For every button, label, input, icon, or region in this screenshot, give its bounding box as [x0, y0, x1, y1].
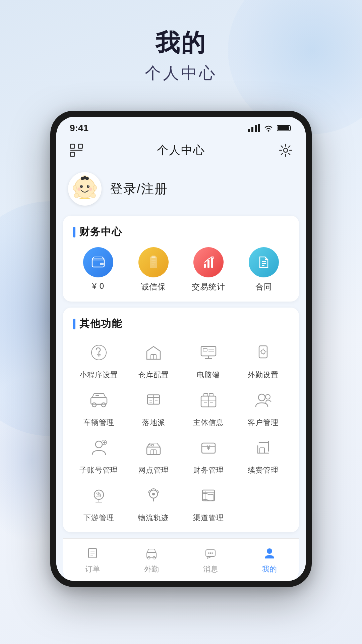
logistics-label: 物流轨迹	[138, 513, 169, 523]
svg-rect-3	[258, 124, 260, 132]
landing-item[interactable]: 落地派	[128, 387, 180, 428]
channel-item[interactable]: 渠道管理	[183, 482, 234, 523]
svg-rect-2	[255, 125, 257, 132]
miniprogram-label: 小程序设置	[79, 370, 118, 380]
scan-icon[interactable]	[68, 142, 85, 159]
svg-point-20	[73, 185, 76, 191]
svg-point-16	[81, 185, 82, 186]
finance-section-card: 财务中心	[63, 216, 299, 302]
svg-point-111	[212, 552, 213, 554]
other-section-card: 其他功能	[63, 308, 299, 532]
vehicle-item[interactable]: 车辆管理	[73, 387, 125, 428]
tab-order[interactable]: 订单	[63, 545, 122, 574]
logistics-item[interactable]: 物流轨迹	[128, 482, 180, 523]
profile-section[interactable]: 登录/注册	[56, 165, 306, 216]
downstream-item[interactable]: 游 下游管理	[73, 482, 125, 523]
computer-item[interactable]: 电脑端	[183, 339, 234, 380]
phone-screen: 9:41	[56, 117, 306, 581]
credit-icon	[138, 247, 169, 277]
customer-item[interactable]: 客户管理	[238, 387, 289, 428]
contract-icon	[249, 247, 279, 277]
customer-label: 客户管理	[248, 418, 279, 428]
other-section-title: 其他功能	[79, 317, 122, 331]
app-content: 个人中心	[56, 137, 306, 581]
downstream-label: 下游管理	[83, 513, 114, 523]
svg-rect-48	[203, 348, 207, 351]
profile-tab-label: 我的	[262, 564, 277, 574]
order-tab-icon	[84, 545, 101, 561]
svg-rect-0	[248, 129, 250, 132]
warehouse-label: 仓库配置	[138, 370, 169, 380]
fieldwork-tab-icon	[143, 545, 160, 561]
settings-icon[interactable]	[277, 142, 294, 159]
svg-point-19	[89, 187, 92, 191]
svg-point-109	[208, 552, 209, 554]
login-register-text[interactable]: 登录/注册	[110, 180, 168, 198]
stats-label: 交易统计	[192, 281, 225, 292]
avatar[interactable]	[68, 172, 102, 206]
battery-icon	[277, 124, 292, 132]
svg-rect-37	[211, 258, 213, 268]
fieldwork-tab-label: 外勤	[144, 564, 159, 574]
wallet-label: ¥ 0	[92, 281, 104, 291]
fieldwork-settings-label: 外勤设置	[248, 370, 279, 380]
svg-point-18	[77, 187, 81, 191]
finance-mgmt-icon: ¥	[195, 434, 222, 461]
svg-point-110	[210, 552, 211, 554]
tab-bar: 订单 外勤	[63, 538, 299, 581]
subaccount-label: 子账号管理	[79, 465, 118, 475]
finance-mgmt-label: 财务管理	[193, 465, 224, 475]
svg-point-97	[152, 493, 155, 495]
finance-item-wallet[interactable]: ¥ 0	[73, 247, 123, 292]
fieldwork-settings-item[interactable]: 外勤设置	[238, 339, 289, 380]
wifi-icon	[263, 124, 274, 132]
svg-point-75	[258, 394, 265, 401]
svg-point-17	[88, 185, 89, 186]
svg-rect-92	[260, 448, 264, 453]
renewal-icon	[250, 434, 277, 461]
landing-label: 落地派	[142, 418, 165, 428]
svg-point-21	[93, 185, 97, 191]
svg-text:¥: ¥	[206, 444, 210, 451]
finance-item-credit[interactable]: 诚信保	[128, 247, 179, 292]
finance-item-stats[interactable]: 交易统计	[184, 247, 234, 292]
entity-label: 主体信息	[193, 418, 224, 428]
tab-fieldwork[interactable]: 外勤	[122, 545, 181, 574]
background-title-sub: 个人中心	[0, 62, 362, 84]
svg-point-14	[80, 185, 83, 188]
contract-label: 合同	[255, 281, 272, 292]
nav-title: 个人中心	[157, 143, 205, 158]
other-section-indicator	[73, 319, 75, 329]
fieldwork-settings-icon	[250, 339, 277, 366]
entity-item[interactable]: 主体信息	[183, 387, 234, 428]
vehicle-icon	[85, 387, 112, 414]
tab-profile[interactable]: 我的	[240, 545, 299, 574]
finance-mgmt-item[interactable]: ¥ 财务管理	[183, 434, 234, 475]
miniprogram-icon	[85, 339, 112, 366]
subaccount-item[interactable]: 子账号管理	[73, 434, 125, 475]
credit-label: 诚信保	[141, 281, 166, 292]
finance-grid: ¥ 0	[73, 247, 289, 292]
svg-point-77	[96, 441, 102, 448]
function-grid: 小程序设置 仓库配置	[73, 339, 289, 523]
tab-message[interactable]: 消息	[181, 545, 240, 574]
renewal-item[interactable]: 续费管理	[238, 434, 289, 475]
svg-point-76	[265, 394, 270, 399]
svg-rect-36	[207, 260, 209, 268]
computer-label: 电脑端	[197, 370, 220, 380]
status-bar: 9:41	[56, 117, 306, 137]
page-background-header: 我的 个人中心	[0, 0, 362, 101]
message-tab-icon	[202, 545, 219, 561]
logistics-icon	[140, 482, 167, 509]
finance-item-contract[interactable]: 合同	[239, 247, 289, 292]
stats-icon	[193, 247, 224, 277]
miniprogram-item[interactable]: 小程序设置	[73, 339, 125, 380]
other-section-header: 其他功能	[73, 317, 289, 331]
svg-point-27	[91, 193, 96, 198]
customer-icon	[250, 387, 277, 414]
landing-icon	[140, 387, 167, 414]
order-tab-label: 订单	[85, 564, 100, 574]
outlet-item[interactable]: 网点管理	[128, 434, 180, 475]
warehouse-item[interactable]: 仓库配置	[128, 339, 180, 380]
svg-point-11	[284, 148, 288, 152]
